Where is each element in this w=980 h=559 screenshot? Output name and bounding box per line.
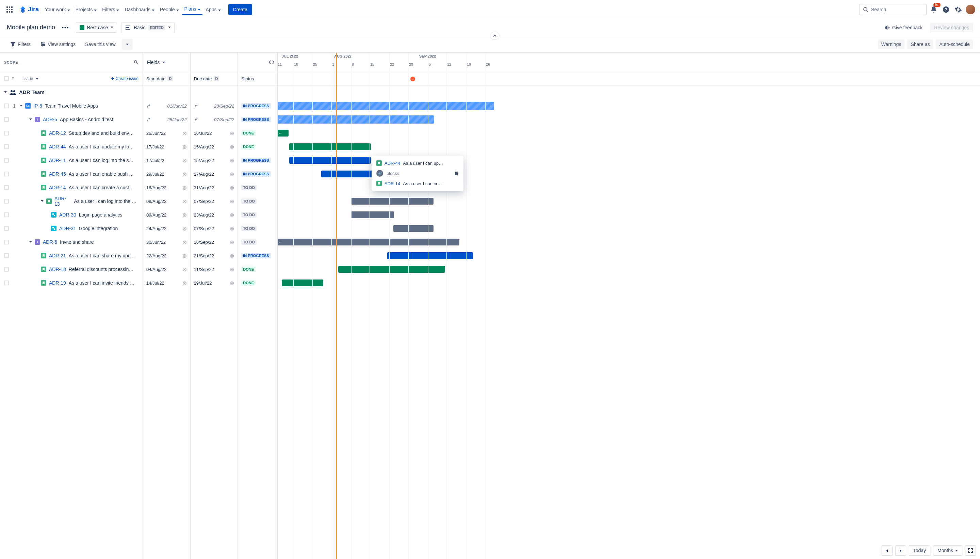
delete-dependency-icon[interactable] xyxy=(454,171,459,176)
clear-date-icon[interactable]: ⊗ xyxy=(230,198,234,205)
nav-apps[interactable]: Apps xyxy=(204,4,223,15)
clear-date-icon[interactable]: ⊗ xyxy=(230,144,234,150)
clear-date-icon[interactable]: ⊗ xyxy=(182,171,187,177)
due-date-cell[interactable]: 27/Aug/22⊗ xyxy=(191,167,238,181)
notifications-icon[interactable]: 9+ xyxy=(928,4,939,15)
due-date-cell[interactable]: 15/Aug/22⊗ xyxy=(191,154,238,167)
issue-row[interactable]: ADR-12Setup dev and and build env… xyxy=(0,126,143,140)
timeline-bar[interactable] xyxy=(289,157,371,164)
start-date-cell[interactable]: 25/Jun/22⊗ xyxy=(143,126,190,140)
status-cell[interactable]: IN PROGRESS xyxy=(238,99,277,113)
issue-row[interactable]: ADR-19As a user I can invite friends … xyxy=(0,276,143,290)
warnings-button[interactable]: Warnings xyxy=(878,40,905,49)
timeline-row[interactable] xyxy=(278,140,980,154)
issue-key[interactable]: ADR-6 xyxy=(43,239,57,245)
clear-date-icon[interactable]: ⊗ xyxy=(230,171,234,177)
save-view-button[interactable]: Save this view xyxy=(82,40,119,49)
issue-key[interactable]: ADR-13 xyxy=(54,196,71,207)
due-date-cell[interactable]: 23/Aug/22⊗ xyxy=(191,208,238,222)
due-date-cell[interactable]: 11/Sep/22⊗ xyxy=(191,263,238,276)
start-date-cell[interactable]: 29/Jul/22⊗ xyxy=(143,167,190,181)
hierarchy-selector[interactable]: Basic EDITED xyxy=(121,22,175,33)
row-expand-icon[interactable] xyxy=(41,200,44,202)
timeline-row[interactable]: ←→ xyxy=(278,99,980,113)
issue-header[interactable]: Issue xyxy=(23,76,33,81)
app-switcher-icon[interactable] xyxy=(4,4,15,15)
today-button[interactable]: Today xyxy=(909,546,931,556)
issue-row[interactable]: ADR-21As a user I can share my upc… xyxy=(0,249,143,263)
timeline-bar[interactable] xyxy=(338,266,445,273)
fullscreen-icon[interactable] xyxy=(965,546,976,556)
issue-key[interactable]: ADR-19 xyxy=(49,280,66,286)
clear-date-icon[interactable]: ⊗ xyxy=(182,266,187,273)
issue-key[interactable]: ADR-14 xyxy=(49,185,66,190)
timeline-bar[interactable] xyxy=(393,225,434,232)
issue-row[interactable]: ADR-13As a user I can log into the s… xyxy=(0,194,143,208)
clear-date-icon[interactable]: ⊗ xyxy=(230,225,234,232)
share-as-button[interactable]: Share as xyxy=(907,40,933,49)
timeline-row[interactable]: ← xyxy=(278,235,980,249)
issue-key[interactable]: ADR-44 xyxy=(49,144,66,149)
start-date-cell[interactable]: 17/Jul/22⊗ xyxy=(143,154,190,167)
status-cell[interactable]: DONE xyxy=(238,263,277,276)
timeline-row[interactable] xyxy=(278,263,980,276)
issue-key[interactable]: ADR-31 xyxy=(59,226,76,231)
start-date-cell[interactable]: 16/Aug/22⊗ xyxy=(143,181,190,194)
timeline-bar[interactable] xyxy=(387,252,473,259)
issue-row[interactable]: ADR-45As a user I can enable push … xyxy=(0,167,143,181)
due-date-cell[interactable]: 07/Sep/22⊗ xyxy=(191,222,238,235)
row-checkbox[interactable] xyxy=(4,117,9,122)
nav-plans[interactable]: Plans xyxy=(182,3,203,15)
clear-date-icon[interactable]: ⊗ xyxy=(182,225,187,232)
clear-date-icon[interactable]: ⊗ xyxy=(230,280,234,286)
scope-search-icon[interactable] xyxy=(134,60,139,64)
help-icon[interactable]: ? xyxy=(940,4,952,15)
clear-date-icon[interactable]: ⊗ xyxy=(182,185,187,191)
due-date-cell[interactable]: 29/Jul/22⊗ xyxy=(191,276,238,290)
timeline-bar[interactable]: ← xyxy=(278,116,434,124)
clear-date-icon[interactable]: ⊗ xyxy=(182,130,187,137)
zoom-selector[interactable]: Months xyxy=(933,546,962,556)
row-expand-icon[interactable] xyxy=(29,119,32,120)
timeline-bar[interactable] xyxy=(282,280,323,286)
start-date-cell[interactable]: 22/Aug/22⊗ xyxy=(143,249,190,263)
due-date-cell[interactable]: 16/Sep/22⊗ xyxy=(191,235,238,249)
collapse-fields-icon[interactable] xyxy=(269,60,275,64)
issue-key[interactable]: ADR-12 xyxy=(49,131,66,136)
issue-key[interactable]: IP-8 xyxy=(33,103,42,109)
timeline-row[interactable] xyxy=(278,249,980,263)
issue-key[interactable]: ADR-5 xyxy=(43,117,57,122)
row-checkbox[interactable] xyxy=(4,104,9,108)
start-date-cell[interactable]: 14/Jul/22⊗ xyxy=(143,276,190,290)
row-checkbox[interactable] xyxy=(4,240,9,245)
issue-row[interactable]: ADR-31Google integration xyxy=(0,222,143,235)
row-checkbox[interactable] xyxy=(4,281,9,285)
timeline-row[interactable] xyxy=(278,208,980,222)
row-checkbox[interactable] xyxy=(4,226,9,231)
start-date-cell[interactable]: 09/Aug/22⊗ xyxy=(143,208,190,222)
status-cell[interactable]: TO DO xyxy=(238,235,277,249)
timeline-row[interactable]: ← xyxy=(278,113,980,126)
clear-date-icon[interactable]: ⊗ xyxy=(182,144,187,150)
status-cell[interactable]: IN PROGRESS xyxy=(238,249,277,263)
profile-avatar[interactable] xyxy=(965,4,976,15)
row-expand-icon[interactable] xyxy=(20,105,23,107)
issue-row[interactable]: ADR-5App Basics - Android test xyxy=(0,113,143,126)
auto-schedule-button[interactable]: Auto-schedule xyxy=(936,40,973,49)
clear-date-icon[interactable]: ⊗ xyxy=(230,239,234,245)
clear-date-icon[interactable]: ⊗ xyxy=(230,253,234,259)
start-date-cell[interactable]: 04/Aug/22⊗ xyxy=(143,263,190,276)
row-checkbox[interactable] xyxy=(4,253,9,258)
start-date-cell[interactable]: ↱01/Jun/22 xyxy=(143,99,190,113)
dependency-source[interactable]: ADR-44 As a user I can up… xyxy=(374,158,461,168)
issue-row[interactable]: 1LEIP-8Team Travel Mobile Apps xyxy=(0,99,143,113)
due-date-cell[interactable]: 07/Sep/22⊗ xyxy=(191,194,238,208)
status-cell[interactable]: DONE xyxy=(238,276,277,290)
timeline-row[interactable] xyxy=(278,194,980,208)
issue-row[interactable]: ADR-14As a user I can create a cust… xyxy=(0,181,143,194)
timeline-bar[interactable] xyxy=(351,212,394,218)
clear-date-icon[interactable]: ⊗ xyxy=(182,280,187,286)
timeline-row[interactable] xyxy=(278,276,980,290)
timeline-bar[interactable]: ← xyxy=(278,239,459,245)
settings-icon[interactable] xyxy=(953,4,964,15)
